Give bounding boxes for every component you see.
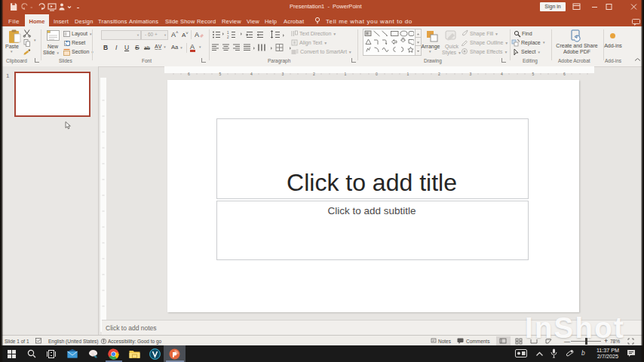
svg-text:3: 3 bbox=[470, 72, 472, 76]
svg-text:6: 6 bbox=[188, 72, 190, 76]
svg-text:2: 2 bbox=[313, 72, 315, 76]
svg-text:1: 1 bbox=[227, 31, 229, 35]
svg-text:1: 1 bbox=[345, 72, 347, 76]
svg-text:2: 2 bbox=[227, 35, 229, 39]
svg-text:0: 0 bbox=[376, 72, 378, 76]
svg-text:6: 6 bbox=[563, 72, 566, 76]
svg-text:2: 2 bbox=[438, 72, 440, 76]
svg-text:A: A bbox=[195, 31, 199, 38]
svg-text:1: 1 bbox=[407, 72, 409, 76]
svg-text:3: 3 bbox=[282, 72, 284, 76]
svg-text:4: 4 bbox=[250, 72, 253, 76]
svg-text:5: 5 bbox=[532, 72, 535, 76]
svg-text:5: 5 bbox=[219, 72, 222, 76]
svg-text:4: 4 bbox=[501, 72, 503, 76]
